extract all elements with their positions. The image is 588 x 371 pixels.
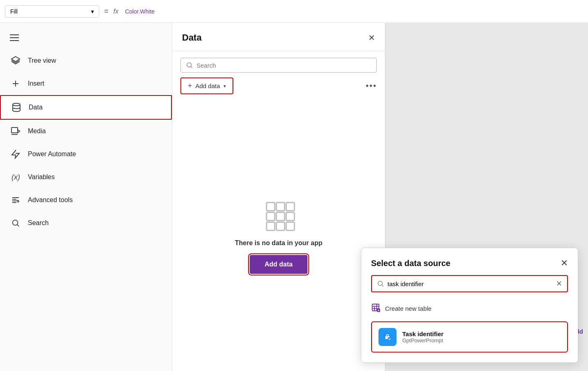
add-data-dropdown-button[interactable]: + Add data ▾ <box>180 77 233 94</box>
task-identifier-icon <box>378 328 397 346</box>
property-dropdown-label: Fill <box>10 8 18 15</box>
fx-icon: fx <box>114 8 119 15</box>
svg-marker-5 <box>18 130 20 133</box>
database-icon <box>11 102 22 113</box>
create-table-icon <box>371 303 380 314</box>
data-panel-toolbar: + Add data ▾ ••• <box>172 77 385 101</box>
sds-header: Select a data source ✕ <box>371 258 568 269</box>
svg-text:(x): (x) <box>11 173 20 181</box>
plus-icon: + <box>188 82 192 90</box>
hamburger-icon <box>10 34 162 41</box>
sds-result-name: Task identifier <box>402 330 444 337</box>
sds-search-icon <box>377 280 384 287</box>
menu-toggle[interactable] <box>0 30 172 49</box>
data-panel-title: Data <box>182 32 202 43</box>
svg-rect-19 <box>267 212 275 221</box>
svg-line-13 <box>17 225 19 226</box>
formula-value[interactable]: Color.White <box>125 8 583 15</box>
sidebar-item-media[interactable]: Media <box>0 120 172 143</box>
svg-rect-18 <box>286 203 294 211</box>
data-panel-search-box[interactable] <box>180 58 377 73</box>
sidebar-item-label: Advanced tools <box>28 196 73 204</box>
sds-create-new-table[interactable]: Create new table <box>371 299 568 318</box>
tools-icon <box>10 194 21 206</box>
canvas-area: Data ✕ + Add data ▾ ••• <box>172 23 588 371</box>
sds-close-button[interactable]: ✕ <box>561 258 568 269</box>
sidebar-item-search[interactable]: Search <box>0 212 172 234</box>
add-data-main-button[interactable]: Add data <box>250 255 307 274</box>
sidebar-item-label: Variables <box>28 173 55 181</box>
data-panel: Data ✕ + Add data ▾ ••• <box>172 23 385 371</box>
select-datasource-dialog: Select a data source ✕ ✕ <box>361 248 578 363</box>
sidebar-item-label: Search <box>28 219 49 227</box>
sds-result-info: Task identifier GptPowerPrompt <box>402 330 444 344</box>
svg-rect-23 <box>276 222 285 230</box>
sds-title: Select a data source <box>371 259 450 268</box>
media-icon <box>10 125 21 137</box>
more-options-button[interactable]: ••• <box>366 81 377 91</box>
layers-icon <box>10 55 21 66</box>
data-panel-header: Data ✕ <box>172 23 385 51</box>
svg-point-25 <box>378 281 383 286</box>
chevron-down-icon: ▾ <box>223 83 226 89</box>
sds-result-sub: GptPowerPrompt <box>402 337 444 344</box>
sidebar-item-label: Data <box>29 104 43 111</box>
property-dropdown[interactable]: Fill ▾ <box>5 5 99 18</box>
search-icon <box>186 61 193 69</box>
svg-rect-22 <box>267 222 275 230</box>
lightning-icon <box>10 148 21 160</box>
data-empty-text: There is no data in your app <box>235 239 322 247</box>
svg-rect-4 <box>11 127 18 133</box>
svg-rect-24 <box>286 222 294 230</box>
svg-line-26 <box>382 285 383 286</box>
sidebar-item-insert[interactable]: Insert <box>0 72 172 95</box>
formula-bar: Fill ▾ = fx Color.White <box>0 0 588 23</box>
dropdown-chevron-icon: ▾ <box>91 8 94 15</box>
svg-line-15 <box>191 66 192 68</box>
main-layout: Tree view Insert Data <box>0 23 588 371</box>
data-search-input[interactable] <box>196 62 371 69</box>
sidebar-item-tree-view[interactable]: Tree view <box>0 49 172 72</box>
svg-rect-16 <box>267 203 275 211</box>
sds-search-box[interactable]: ✕ <box>371 275 568 292</box>
variables-icon: (x) <box>10 171 21 183</box>
svg-rect-21 <box>286 212 294 221</box>
svg-point-12 <box>13 220 18 225</box>
sidebar: Tree view Insert Data <box>0 23 172 371</box>
svg-rect-17 <box>276 203 285 211</box>
sidebar-item-variables[interactable]: (x) Variables <box>0 166 172 189</box>
sidebar-item-power-automate[interactable]: Power Automate <box>0 143 172 166</box>
svg-point-3 <box>13 103 20 106</box>
sidebar-item-advanced-tools[interactable]: Advanced tools <box>0 189 172 212</box>
sds-clear-button[interactable]: ✕ <box>556 279 562 288</box>
sidebar-item-label: Insert <box>28 80 44 87</box>
empty-data-icon <box>262 198 295 231</box>
sds-result-item[interactable]: Task identifier GptPowerPrompt <box>371 321 568 353</box>
sidebar-item-label: Media <box>28 127 46 135</box>
data-empty-state: There is no data in your app Add data <box>172 101 385 371</box>
plus-icon <box>10 78 21 89</box>
svg-rect-20 <box>276 212 285 221</box>
svg-point-14 <box>187 63 191 67</box>
sidebar-item-label: Tree view <box>28 57 56 64</box>
sds-search-input[interactable] <box>387 280 553 287</box>
sidebar-item-label: Power Automate <box>28 150 76 158</box>
data-panel-close-button[interactable]: ✕ <box>367 31 377 44</box>
create-table-label: Create new table <box>385 305 431 312</box>
equals-sign: = <box>104 7 109 16</box>
sidebar-item-data[interactable]: Data <box>0 95 172 120</box>
search-icon <box>10 217 21 229</box>
add-data-label: Add data <box>196 82 220 89</box>
